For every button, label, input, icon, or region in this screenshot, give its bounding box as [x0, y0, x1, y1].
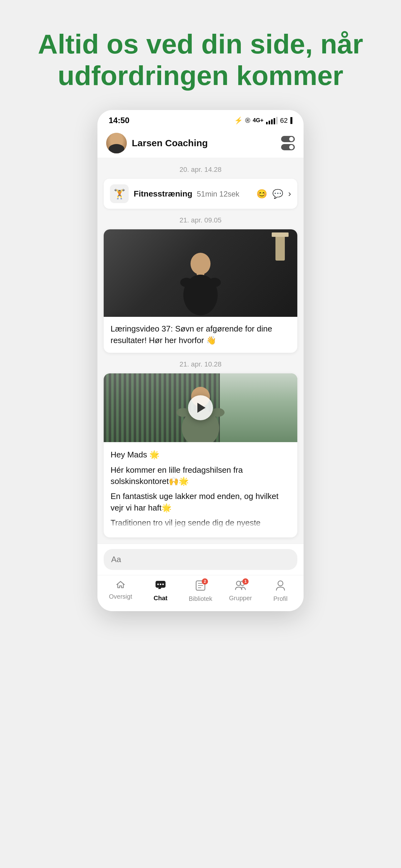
- nav-item-bibliotek[interactable]: 2 Bibliotek: [180, 580, 221, 602]
- page-header: Altid os ved din side, når udfordringen …: [0, 0, 401, 110]
- svg-point-13: [162, 583, 164, 585]
- grupper-icon: 1: [235, 580, 246, 593]
- page-title: Altid os ved din side, når udfordringen …: [25, 28, 376, 91]
- coach-name: Larsen Coaching: [132, 138, 208, 148]
- bibliotek-badge: 2: [202, 578, 208, 585]
- video-caption-1: Læringsvideo 37: Søvn er afgørende for d…: [104, 317, 297, 353]
- chat-area: 20. apr. 14.28 🏋️ Fitnesstræning 51min 1…: [97, 158, 304, 544]
- svg-point-12: [160, 583, 162, 585]
- network-icon: 4G+: [253, 117, 264, 124]
- svg-point-3: [180, 278, 193, 287]
- spacer: [97, 537, 304, 544]
- play-triangle-2: [197, 403, 205, 413]
- battery-icon: 62 ▐: [280, 117, 292, 125]
- grupper-badge: 1: [242, 578, 248, 585]
- video-thumbnail-1: [104, 229, 297, 317]
- play-button-2[interactable]: [188, 395, 213, 420]
- lamp-shade: [272, 232, 289, 237]
- avatar: [106, 133, 127, 153]
- signal-bars: [266, 117, 278, 124]
- nav-item-oversigt[interactable]: Oversigt: [101, 580, 140, 602]
- input-area: [97, 544, 304, 575]
- settings-toggle-icon[interactable]: [281, 136, 295, 150]
- person-figure: [169, 248, 232, 317]
- grupper-label: Grupper: [229, 595, 252, 602]
- bottom-nav: Oversigt Chat: [97, 575, 304, 611]
- oversigt-label: Oversigt: [109, 593, 132, 600]
- registered-icon: ®: [245, 117, 250, 125]
- message-line-2: En fantastisk uge lakker mod enden, og h…: [110, 491, 291, 514]
- workout-card[interactable]: 🏋️ Fitnesstræning 51min 12sek 😊 💬 ›: [104, 179, 297, 209]
- message-greeting: Hey Mads 🌟: [110, 449, 291, 460]
- nav-item-chat[interactable]: Chat: [140, 580, 180, 602]
- status-bar: 14:50 ⚡ ® 4G+ 62 ▐: [97, 110, 304, 128]
- svg-point-0: [191, 253, 210, 275]
- workout-info: Fitnesstræning 51min 12sek: [134, 189, 252, 199]
- message-line-3: Traditionen tro vil jeg sende dig de nye…: [110, 517, 291, 528]
- nav-item-grupper[interactable]: 1 Grupper: [221, 580, 261, 602]
- lamp: [275, 236, 285, 260]
- chevron-right-icon[interactable]: ›: [288, 189, 291, 199]
- status-time: 14:50: [109, 116, 130, 125]
- comment-button[interactable]: 💬: [272, 189, 283, 199]
- timestamp-3: 21. apr. 10.28: [97, 353, 304, 373]
- message-input[interactable]: [104, 549, 297, 570]
- timestamp-1: 20. apr. 14.28: [97, 158, 304, 179]
- workout-duration: 51min 12sek: [197, 190, 239, 198]
- svg-point-11: [157, 583, 159, 585]
- oversigt-icon: [115, 580, 126, 591]
- status-icons: ⚡ ® 4G+ 62 ▐: [234, 117, 292, 125]
- chat-icon: [155, 580, 166, 593]
- svg-point-4: [208, 278, 221, 287]
- bibliotek-icon: 2: [196, 580, 205, 593]
- nav-item-profil[interactable]: Profil: [261, 580, 300, 602]
- phone-mockup: 14:50 ⚡ ® 4G+ 62 ▐ Larsen Coaching: [97, 110, 304, 611]
- message-video-thumb[interactable]: [104, 373, 297, 442]
- message-text-area: Hey Mads 🌟 Hér kommer en lille fredagshi…: [104, 442, 297, 537]
- workout-title: Fitnesstræning: [134, 189, 192, 198]
- timestamp-2: 21. apr. 09.05: [97, 209, 304, 229]
- bluetooth-icon: ⚡: [234, 117, 243, 125]
- toggle-row-2: [281, 144, 295, 150]
- workout-actions: 😊 💬 ›: [257, 189, 291, 199]
- bibliotek-label: Bibliotek: [189, 595, 212, 602]
- svg-point-20: [278, 581, 283, 586]
- profil-icon: [276, 580, 285, 593]
- message-card: Hey Mads 🌟 Hér kommer en lille fredagshi…: [104, 373, 297, 537]
- workout-icon: 🏋️: [110, 184, 129, 203]
- message-line-1: Hér kommer en lille fredagshilsen fra so…: [110, 464, 291, 487]
- video-card-1[interactable]: Læringsvideo 37: Søvn er afgørende for d…: [104, 229, 297, 353]
- header-profile: Larsen Coaching: [106, 133, 208, 153]
- profil-label: Profil: [273, 595, 288, 602]
- toggle-row-1: [281, 136, 295, 142]
- app-header: Larsen Coaching: [97, 128, 304, 158]
- chat-label: Chat: [154, 595, 167, 602]
- emoji-button[interactable]: 😊: [257, 189, 267, 199]
